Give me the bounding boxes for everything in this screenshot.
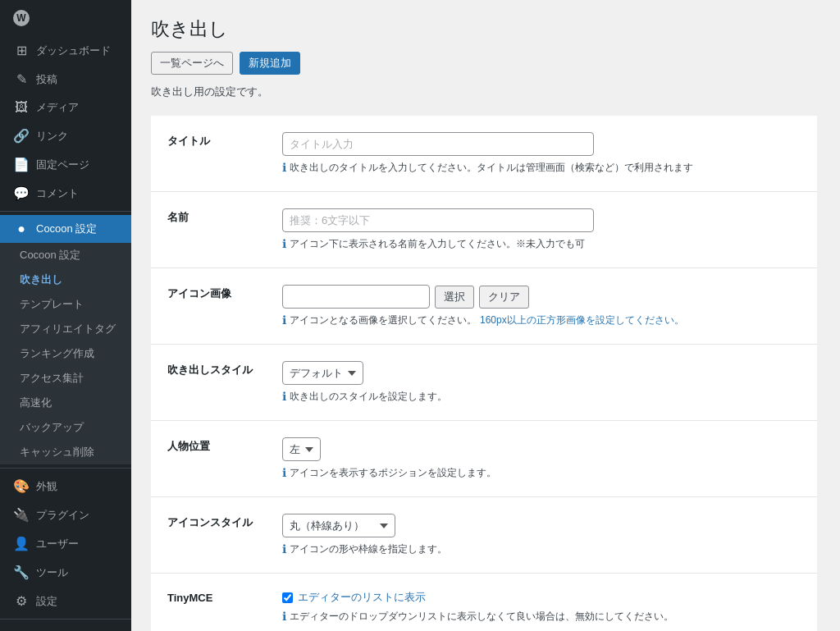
cocoon-submenu: Cocoon 設定 吹き出し テンプレート アフィリエイトタグ ランキング作成 … bbox=[0, 243, 131, 464]
icon-image-input[interactable] bbox=[282, 285, 430, 309]
name-field-container: ℹ アイコン下に表示される名前を入力してください。※未入力でも可 bbox=[282, 208, 817, 251]
page-description: 吹き出し用の設定です。 bbox=[151, 85, 817, 99]
icon-image-field-container: 選択 クリア ℹ アイコンとなる画像を選択してください。 160px以上の正方形… bbox=[282, 285, 817, 327]
main-content: 吹き出し 一覧ページへ 新規追加 吹き出し用の設定です。 タイトル ℹ 吹き出し… bbox=[131, 0, 840, 631]
ranking-label: ランキング作成 bbox=[20, 346, 94, 361]
title-help-text: 吹き出しのタイトルを入力してください。タイトルは管理画面（検索など）で利用されま… bbox=[290, 161, 693, 175]
sidebar-item-dashboard[interactable]: ⊞ ダッシュボード bbox=[0, 36, 131, 65]
tinymce-checkbox-row: エディターのリストに表示 bbox=[282, 590, 801, 605]
sidebar-item-conoha[interactable]: ⚙ ConoHa WING bbox=[0, 623, 131, 631]
template-label: テンプレート bbox=[20, 297, 84, 312]
balloon-style-help: ℹ 吹き出しのスタイルを設定します。 bbox=[282, 390, 801, 404]
sidebar-item-media[interactable]: 🖼 メディア bbox=[0, 94, 131, 121]
person-position-help: ℹ アイコンを表示するポジションを設定します。 bbox=[282, 466, 801, 480]
sidebar-item-links[interactable]: 🔗 リンク bbox=[0, 121, 131, 150]
wp-logo-icon: W bbox=[13, 10, 30, 26]
speed-label: 高速化 bbox=[20, 396, 52, 410]
name-row: 名前 ℹ アイコン下に表示される名前を入力してください。※未入力でも可 bbox=[151, 192, 817, 268]
info-icon-balloon: ℹ bbox=[282, 390, 286, 403]
page-title: 吹き出し bbox=[151, 16, 817, 42]
icon-style-row: アイコンスタイル 丸（枠線あり） 丸（枠線なし） 四角（枠線あり） 四角（枠線な… bbox=[151, 497, 817, 574]
icon-select-button[interactable]: 選択 bbox=[435, 286, 474, 309]
icon-style-help-text: アイコンの形や枠線を指定します。 bbox=[290, 542, 447, 556]
sidebar-item-appearance[interactable]: 🎨 外観 bbox=[0, 472, 131, 501]
access-label: アクセス集計 bbox=[20, 371, 84, 386]
tinymce-field-container: エディターのリストに表示 ℹ エディターのドロップダウンリストに表示しなくて良い… bbox=[282, 590, 817, 624]
info-icon-name: ℹ bbox=[282, 237, 286, 250]
person-position-label: 人物位置 bbox=[151, 437, 282, 480]
balloon-style-select[interactable]: デフォルト フラット シンプル bbox=[282, 361, 363, 385]
title-help: ℹ 吹き出しのタイトルを入力してください。タイトルは管理画面（検索など）で利用さ… bbox=[282, 161, 801, 175]
sidebar-item-users[interactable]: 👤 ユーザー bbox=[0, 529, 131, 558]
users-icon: 👤 bbox=[13, 536, 30, 551]
info-icon-tinymce: ℹ bbox=[282, 610, 286, 623]
users-label: ユーザー bbox=[36, 537, 79, 551]
tinymce-label: TinyMCE bbox=[151, 590, 282, 624]
name-help: ℹ アイコン下に表示される名前を入力してください。※未入力でも可 bbox=[282, 237, 801, 251]
sidebar-item-cocoon-settings[interactable]: Cocoon 設定 bbox=[0, 243, 131, 267]
balloon-style-label: 吹き出しスタイル bbox=[151, 361, 282, 404]
title-row: タイトル ℹ 吹き出しのタイトルを入力してください。タイトルは管理画面（検索など… bbox=[151, 116, 817, 192]
sidebar-item-tools[interactable]: 🔧 ツール bbox=[0, 558, 131, 587]
balloon-style-help-text: 吹き出しのスタイルを設定します。 bbox=[290, 390, 447, 404]
person-position-select[interactable]: 左 右 bbox=[282, 437, 321, 461]
posts-icon: ✎ bbox=[13, 71, 30, 87]
name-input[interactable] bbox=[282, 208, 594, 232]
person-position-field-container: 左 右 ℹ アイコンを表示するポジションを設定します。 bbox=[282, 437, 817, 480]
sidebar-label-posts: 投稿 bbox=[36, 72, 57, 87]
tools-icon: 🔧 bbox=[13, 565, 30, 580]
icon-image-controls: 選択 クリア bbox=[282, 285, 801, 309]
appearance-label: 外観 bbox=[36, 479, 57, 494]
form-container: タイトル ℹ 吹き出しのタイトルを入力してください。タイトルは管理画面（検索など… bbox=[151, 116, 817, 631]
icon-style-help: ℹ アイコンの形や枠線を指定します。 bbox=[282, 542, 801, 556]
sidebar-item-plugins[interactable]: 🔌 プラグイン bbox=[0, 501, 131, 529]
sidebar-label-comments: コメント bbox=[36, 186, 79, 201]
icon-image-help-link[interactable]: 160px以上の正方形画像を設定してください。 bbox=[480, 313, 684, 327]
sidebar-item-fukidashi[interactable]: 吹き出し bbox=[0, 267, 131, 292]
info-icon-position: ℹ bbox=[282, 466, 286, 479]
icon-image-row: アイコン画像 選択 クリア ℹ アイコンとなる画像を選択してください。 160p… bbox=[151, 268, 817, 345]
icon-clear-button[interactable]: クリア bbox=[479, 286, 529, 309]
sidebar-item-posts[interactable]: ✎ 投稿 bbox=[0, 65, 131, 94]
sidebar-label-links: リンク bbox=[36, 129, 68, 144]
list-page-button[interactable]: 一覧ページへ bbox=[151, 52, 233, 75]
sidebar-item-cocoon[interactable]: ● Cocoon 設定 bbox=[0, 215, 131, 243]
sidebar-item-template[interactable]: テンプレート bbox=[0, 292, 131, 317]
info-icon-style: ℹ bbox=[282, 542, 286, 556]
title-label: タイトル bbox=[151, 132, 282, 175]
title-input[interactable] bbox=[282, 132, 594, 156]
icon-style-label: アイコンスタイル bbox=[151, 514, 282, 556]
sidebar: W ⊞ ダッシュボード ✎ 投稿 🖼 メディア 🔗 リンク 📄 固定ページ 💬 … bbox=[0, 0, 131, 631]
links-icon: 🔗 bbox=[13, 128, 30, 144]
add-new-button[interactable]: 新規追加 bbox=[240, 52, 300, 75]
sidebar-item-cache[interactable]: キャッシュ削除 bbox=[0, 440, 131, 464]
cocoon-settings-label: Cocoon 設定 bbox=[20, 248, 80, 263]
fukidashi-label: 吹き出し bbox=[20, 272, 62, 287]
sidebar-item-backup[interactable]: バックアップ bbox=[0, 415, 131, 440]
plugins-label: プラグイン bbox=[36, 508, 89, 523]
name-label: 名前 bbox=[151, 208, 282, 251]
backup-label: バックアップ bbox=[20, 420, 84, 435]
info-icon-title: ℹ bbox=[282, 161, 286, 174]
sidebar-item-access[interactable]: アクセス集計 bbox=[0, 366, 131, 391]
sidebar-item-affiliate[interactable]: アフィリエイトタグ bbox=[0, 317, 131, 341]
tinymce-checkbox-label[interactable]: エディターのリストに表示 bbox=[298, 590, 426, 605]
sidebar-item-speed[interactable]: 高速化 bbox=[0, 391, 131, 415]
icon-style-select[interactable]: 丸（枠線あり） 丸（枠線なし） 四角（枠線あり） 四角（枠線なし） bbox=[282, 514, 395, 537]
tinymce-help: ℹ エディターのドロップダウンリストに表示しなくて良い場合は、無効にしてください… bbox=[282, 610, 801, 624]
name-help-text: アイコン下に表示される名前を入力してください。※未入力でも可 bbox=[290, 237, 585, 251]
icon-image-label: アイコン画像 bbox=[151, 285, 282, 327]
settings-icon: ⚙ bbox=[13, 593, 30, 609]
sidebar-item-pages[interactable]: 📄 固定ページ bbox=[0, 150, 131, 179]
cache-label: キャッシュ削除 bbox=[20, 445, 94, 460]
sidebar-item-comments[interactable]: 💬 コメント bbox=[0, 179, 131, 208]
icon-image-help: ℹ アイコンとなる画像を選択してください。 160px以上の正方形画像を設定して… bbox=[282, 313, 801, 327]
cocoon-icon: ● bbox=[13, 222, 30, 236]
tinymce-checkbox[interactable] bbox=[282, 592, 293, 603]
balloon-style-field-container: デフォルト フラット シンプル ℹ 吹き出しのスタイルを設定します。 bbox=[282, 361, 817, 404]
sidebar-item-ranking[interactable]: ランキング作成 bbox=[0, 341, 131, 366]
tinymce-row: TinyMCE エディターのリストに表示 ℹ エディターのドロップダウンリストに… bbox=[151, 574, 817, 631]
info-icon-icon: ℹ bbox=[282, 313, 286, 327]
sidebar-item-settings[interactable]: ⚙ 設定 bbox=[0, 587, 131, 615]
affiliate-label: アフィリエイトタグ bbox=[20, 322, 116, 336]
